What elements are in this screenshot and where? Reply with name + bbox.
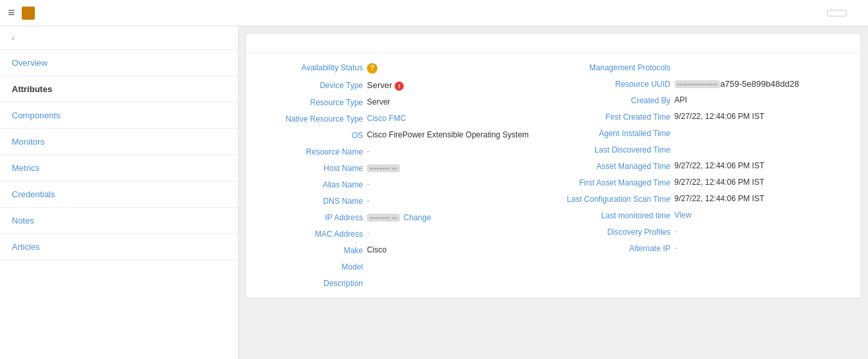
menu-icon[interactable]: ≡ [8, 6, 15, 20]
sidebar-item-credentials[interactable]: Credentials [0, 181, 238, 208]
attr-label: Agent Installed Time [566, 128, 671, 138]
attr-label: MAC Address [258, 229, 363, 239]
attr-label: Native Resource Type [258, 114, 363, 124]
attr-row: Alternate IP- [560, 240, 855, 256]
attr-row: Resource Name- [253, 143, 547, 160]
attr-value: 9/27/22, 12:44:06 PM IST [675, 161, 850, 170]
attr-row: IP Address•••••••• ••Change [253, 209, 547, 226]
attr-row: Agent Installed Time [560, 125, 855, 141]
attr-label: IP Address [258, 212, 363, 222]
attr-row: Resource UUID••••••••••••••••a759-5e899b… [560, 76, 855, 92]
attr-label: Make [258, 245, 363, 255]
attr-value: - [675, 227, 850, 236]
attr-row: Resource TypeServer [253, 94, 547, 110]
attr-row: Created ByAPI [560, 92, 855, 108]
attr-value: - [367, 180, 542, 189]
sidebar-back[interactable]: ‹ [0, 26, 238, 50]
attr-value: 9/27/22, 12:44:06 PM IST [675, 194, 850, 203]
attr-value[interactable]: ? [367, 62, 377, 74]
attr-row: OSCisco FirePower Extensible Operating S… [253, 127, 547, 143]
attr-label: Created By [566, 95, 671, 105]
attr-row: Discovery Profiles- [560, 224, 855, 240]
attr-label: Last monitored time [566, 210, 671, 220]
attr-value: Cisco [367, 245, 542, 254]
attr-value: Server [367, 97, 542, 107]
section-header [246, 34, 861, 53]
attr-label: Last Discovered Time [566, 145, 671, 155]
attr-value: 9/27/22, 12:44:06 PM IST [675, 178, 850, 187]
attr-label: Alias Name [258, 180, 363, 189]
attr-value: •••••••• ••Change [367, 212, 431, 222]
attr-label: Resource Name [258, 147, 363, 156]
attr-row: Last monitored timeView [560, 207, 855, 224]
attr-value: - [367, 229, 542, 238]
left-attributes: Availability Status?Device TypeServer!Re… [246, 59, 554, 291]
attr-label: Resource Type [258, 97, 363, 107]
main-layout: ‹ OverviewAttributesComponentsMonitorsMe… [0, 26, 868, 359]
attr-label: Model [258, 262, 363, 272]
attr-row: MAC Address- [253, 226, 547, 242]
sidebar-item-monitors[interactable]: Monitors [0, 129, 238, 155]
attr-row: Last Configuration Scan Time9/27/22, 12:… [560, 191, 855, 207]
content-area: Availability Status?Device TypeServer!Re… [239, 26, 868, 359]
attr-label: Alternate IP [566, 243, 671, 253]
attr-value: ••••••••••••••••a759-5e899b48dd28 [675, 79, 800, 89]
attr-value: •••••••• •• [367, 163, 400, 173]
attr-row: Device TypeServer! [253, 77, 547, 94]
attr-label: Last Configuration Scan Time [566, 194, 671, 204]
attr-row: Alias Name- [253, 176, 547, 193]
sidebar: ‹ OverviewAttributesComponentsMonitorsMe… [0, 26, 239, 359]
attr-label: Discovery Profiles [566, 227, 671, 237]
attr-label: DNS Name [258, 196, 363, 206]
attr-row: Availability Status? [253, 59, 547, 77]
sidebar-item-notes[interactable]: Notes [0, 208, 238, 234]
attr-value: Server! [367, 80, 404, 91]
sidebar-item-articles[interactable]: Articles [0, 234, 238, 260]
attr-row: First Asset Managed Time9/27/22, 12:44:0… [560, 174, 855, 191]
question-icon: ? [367, 63, 377, 74]
attr-label: First Asset Managed Time [566, 178, 671, 187]
sidebar-item-metrics[interactable]: Metrics [0, 155, 238, 181]
sidebar-item-overview[interactable]: Overview [0, 50, 238, 76]
attr-row: Native Resource TypeCisco FMC [253, 110, 547, 127]
attr-label: Resource UUID [566, 79, 671, 89]
attr-label: First Created Time [566, 112, 671, 122]
attributes-grid: Availability Status?Device TypeServer!Re… [246, 53, 861, 298]
attr-row: MakeCisco [253, 242, 547, 258]
attr-label: Device Type [258, 80, 363, 90]
attr-value: - [675, 243, 850, 252]
attr-value: - [367, 147, 542, 156]
attr-row: Host Name•••••••• •• [253, 160, 547, 176]
sidebar-item-components[interactable]: Components [0, 103, 238, 129]
attr-value[interactable]: View [675, 210, 850, 220]
back-arrow-icon: ‹ [12, 33, 14, 43]
attr-label: Management Protocols [566, 62, 671, 72]
attr-row: DNS Name- [253, 193, 547, 209]
attr-value: 9/27/22, 12:44:06 PM IST [675, 112, 850, 121]
attr-row: Model [253, 258, 547, 275]
app-icon [22, 7, 35, 20]
attr-row: Asset Managed Time9/27/22, 12:44:06 PM I… [560, 158, 855, 174]
back-button[interactable] [827, 10, 847, 16]
attr-value: - [367, 196, 542, 205]
attr-value[interactable]: Cisco FMC [367, 114, 542, 123]
attr-row: First Created Time9/27/22, 12:44:06 PM I… [560, 108, 855, 125]
attr-row: Description [253, 275, 547, 291]
attr-row: Management Protocols [560, 59, 855, 76]
attr-label: Description [258, 278, 363, 288]
attr-label: Availability Status [258, 62, 363, 72]
error-icon: ! [395, 82, 404, 91]
sidebar-item-attributes[interactable]: Attributes [0, 76, 238, 103]
attr-value: Cisco FirePower Extensible Operating Sys… [367, 130, 542, 139]
attr-row: Last Discovered Time [560, 141, 855, 158]
top-bar: ≡ [0, 0, 868, 26]
basic-info-panel: Availability Status?Device TypeServer!Re… [245, 33, 861, 299]
attr-label: Asset Managed Time [566, 161, 671, 171]
attr-value: API [675, 95, 850, 105]
attr-label: Host Name [258, 163, 363, 173]
right-attributes: Management ProtocolsResource UUID•••••••… [554, 59, 861, 291]
change-ip-link[interactable]: Change [404, 213, 431, 222]
attr-label: OS [258, 130, 363, 140]
